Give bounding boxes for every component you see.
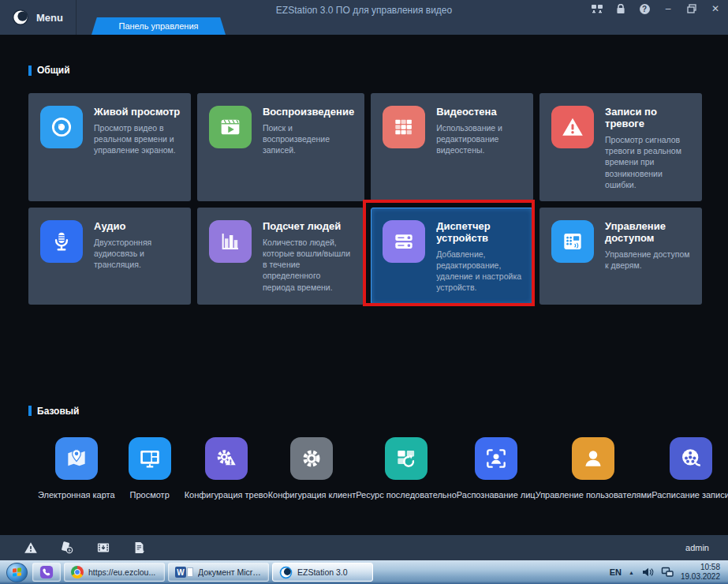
- restore-icon[interactable]: [685, 2, 698, 15]
- close-icon[interactable]: ✕: [709, 2, 722, 15]
- view-icon: [129, 437, 171, 480]
- tile-access-control[interactable]: Управление доступом Управление доступом …: [539, 208, 702, 305]
- e-map-icon: [55, 437, 98, 480]
- logged-in-user: admin: [685, 543, 709, 552]
- live-view-icon: [40, 106, 83, 148]
- tray-date: 19.03.2022: [681, 572, 720, 582]
- file-export-icon[interactable]: [131, 539, 148, 556]
- basic-item-alarm-config[interactable]: Конфигурация трево: [185, 437, 268, 500]
- device-manager-icon: [383, 220, 425, 263]
- basic-item-recording-schedule[interactable]: Расписание записи: [651, 437, 728, 500]
- section-header-general: Общий: [28, 35, 728, 76]
- windows-start-icon[interactable]: [6, 563, 28, 582]
- basic-item-face-recognition[interactable]: Распознавание лиц: [457, 437, 536, 500]
- ezstation-icon: [279, 566, 293, 579]
- basic-item-sequence-resource[interactable]: Ресурс последовательно: [356, 437, 457, 500]
- tile-audio[interactable]: Аудио Двухсторонняя аудиосвязь и трансля…: [28, 208, 191, 305]
- help-icon[interactable]: ?: [638, 2, 651, 15]
- tile-alarm-records[interactable]: Записи по тревоге Просмотр сигналов трев…: [539, 93, 702, 201]
- playback-icon: [209, 106, 252, 148]
- video-download-icon[interactable]: [95, 539, 112, 556]
- taskbar-word-button[interactable]: W Документ Micros...: [168, 563, 269, 582]
- language-indicator[interactable]: EN: [610, 567, 622, 577]
- lock-icon[interactable]: [614, 2, 627, 15]
- basic-item-user-management[interactable]: Управление пользователями: [536, 437, 652, 500]
- network-icon[interactable]: [661, 566, 674, 578]
- taskbar-viber-button[interactable]: [32, 563, 61, 582]
- alarm-status-icon[interactable]: [22, 539, 39, 556]
- viber-icon: [39, 565, 54, 579]
- chrome-icon: [71, 566, 84, 578]
- basic-icon-row: Электронная карта Просмотр Конфигурация …: [0, 437, 728, 500]
- client-config-icon: [290, 437, 333, 480]
- sequence-resource-icon: [385, 437, 427, 480]
- taskbar-chrome-button[interactable]: https://eu.ezclou...: [64, 563, 165, 582]
- tile-playback[interactable]: Воспроизведение Поиск и воспроизведение …: [197, 93, 364, 201]
- basic-item-view[interactable]: Просмотр: [115, 437, 185, 500]
- tile-device-manager[interactable]: Диспетчер устройств Добавление, редактир…: [371, 208, 533, 305]
- minimize-icon[interactable]: –: [662, 2, 674, 15]
- recording-schedule-icon: [670, 437, 712, 480]
- clock[interactable]: 10:58 19.03.2022: [681, 563, 720, 582]
- screen: Menu EZStation 3.0 ПО для управления вид…: [0, 0, 728, 584]
- tray-time: 10:58: [681, 563, 720, 573]
- dashboard: Общий Живой просмотр Просмотр видео в ре…: [0, 35, 728, 533]
- tile-video-wall[interactable]: Видеостена Использование и редактировани…: [371, 93, 533, 201]
- basic-item-client-config[interactable]: Конфигурация клиент: [268, 437, 357, 500]
- people-counting-icon: [209, 220, 252, 263]
- access-control-icon: [551, 220, 594, 263]
- section-header-basic: Базовый: [28, 406, 728, 417]
- alarm-records-icon: [551, 106, 594, 148]
- tray-expand-icon[interactable]: ▲: [629, 570, 634, 575]
- word-icon: W: [175, 567, 193, 578]
- titlebar: Menu EZStation 3.0 ПО для управления вид…: [0, 0, 728, 35]
- windows-flag-icon: [13, 567, 21, 576]
- volume-icon[interactable]: [641, 566, 654, 578]
- tile-people-counting[interactable]: Подсчет людей Количество людей, которые …: [197, 208, 364, 305]
- tile-live-view[interactable]: Живой просмотр Просмотр видео в реальном…: [28, 93, 191, 201]
- section-accent-bar: [28, 406, 32, 416]
- alarm-config-icon: [205, 437, 248, 480]
- section-accent-bar: [28, 66, 32, 76]
- taskbar-ezstation-button[interactable]: EZStation 3.0: [272, 563, 373, 582]
- video-wall-icon: [383, 106, 425, 148]
- statusbar: admin: [0, 533, 728, 560]
- audio-icon: [40, 220, 83, 263]
- windows-taskbar: https://eu.ezclou... W Документ Micros..…: [0, 560, 728, 584]
- general-tile-grid: Живой просмотр Просмотр видео в реальном…: [28, 93, 702, 305]
- disk-download-icon[interactable]: [58, 539, 76, 556]
- multi-monitor-icon[interactable]: [591, 2, 603, 15]
- user-management-icon: [572, 437, 614, 480]
- basic-item-e-map[interactable]: Электронная карта: [38, 437, 115, 500]
- face-recognition-icon: [475, 437, 517, 480]
- tab-control-panel[interactable]: Панель управления: [91, 17, 226, 35]
